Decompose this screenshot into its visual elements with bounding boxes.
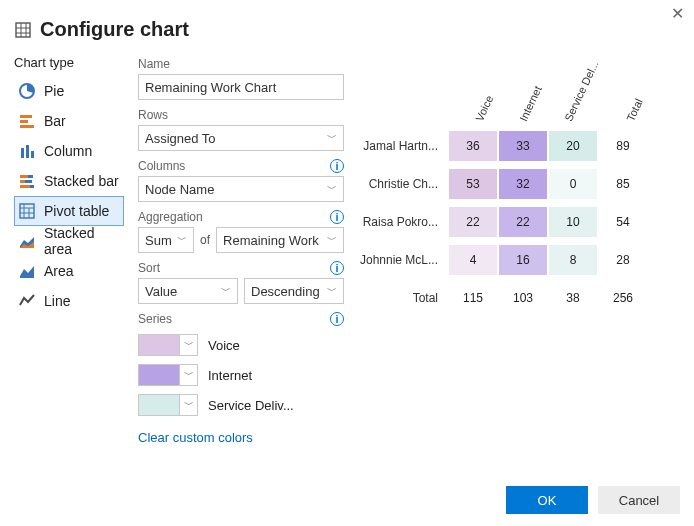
chart-type-bar[interactable]: Bar	[14, 106, 124, 136]
pivot-total-cell: 256	[598, 282, 648, 314]
info-icon[interactable]: i	[330, 159, 344, 173]
chart-type-pie[interactable]: Pie	[14, 76, 124, 106]
chart-type-label: Stacked bar	[44, 173, 119, 189]
series-color-picker[interactable]: ﹀	[138, 394, 198, 416]
series-name: Internet	[208, 368, 252, 383]
line-icon	[18, 292, 36, 310]
series-color-picker[interactable]: ﹀	[138, 334, 198, 356]
chart-type-stacked-area[interactable]: Stacked area	[14, 226, 124, 256]
svg-rect-7	[20, 120, 28, 123]
chart-type-stacked-bar[interactable]: Stacked bar	[14, 166, 124, 196]
series-name: Service Deliv...	[208, 398, 294, 413]
pivot-row-total: 85	[598, 168, 648, 200]
pie-icon	[18, 82, 36, 100]
svg-rect-11	[31, 151, 34, 158]
pivot-col-header: Total	[598, 77, 648, 127]
chart-icon	[14, 21, 32, 39]
pivot-row-label: Christie Ch...	[358, 177, 448, 191]
chart-type-column[interactable]: Column	[14, 136, 124, 166]
series-item: ﹀ Voice	[138, 330, 344, 360]
chevron-down-icon: ﹀	[221, 284, 231, 298]
pivot-cell: 10	[548, 206, 598, 238]
pivot-row: Raisa Pokro...22221054	[358, 203, 680, 241]
pivot-cell: 32	[498, 168, 548, 200]
chart-type-label: Bar	[44, 113, 66, 129]
chevron-down-icon: ﹀	[177, 233, 187, 247]
svg-rect-10	[26, 145, 29, 158]
columns-label: Columns i	[138, 159, 344, 173]
info-icon[interactable]: i	[330, 312, 344, 326]
series-name: Voice	[208, 338, 240, 353]
pivot-cell: 36	[448, 130, 498, 162]
dialog-footer: OK Cancel	[506, 486, 680, 514]
chart-preview: VoiceInternetService Del...TotalJamal Ha…	[358, 49, 680, 445]
sort-field-select[interactable]: Value﹀	[138, 278, 238, 304]
chart-type-pivot-table[interactable]: Pivot table	[14, 196, 124, 226]
pivot-row: Jamal Hartn...36332089	[358, 127, 680, 165]
pivot-total-cell: 103	[498, 282, 548, 314]
pivot-cell: 20	[548, 130, 598, 162]
chart-type-line[interactable]: Line	[14, 286, 124, 316]
svg-rect-18	[20, 204, 34, 218]
aggregation-label: Aggregation i	[138, 210, 344, 224]
info-icon[interactable]: i	[330, 261, 344, 275]
chart-type-label: Area	[44, 263, 74, 279]
cancel-button[interactable]: Cancel	[598, 486, 680, 514]
svg-rect-17	[30, 185, 34, 188]
chart-type-area[interactable]: Area	[14, 256, 124, 286]
dialog-header: Configure chart	[0, 0, 694, 49]
rows-select[interactable]: Assigned To ﹀	[138, 125, 344, 151]
chevron-down-icon: ﹀	[184, 398, 194, 412]
pivot-row-label: Jamal Hartn...	[358, 139, 448, 153]
pivot-total-label: Total	[358, 291, 448, 305]
pivot-total-cell: 115	[448, 282, 498, 314]
pivot-col-header: Internet	[498, 77, 548, 127]
info-icon[interactable]: i	[330, 210, 344, 224]
pivot-row-label: Raisa Pokro...	[358, 215, 448, 229]
pivot-col-header: Voice	[448, 77, 498, 127]
chevron-down-icon: ﹀	[184, 368, 194, 382]
pivot-column-headers: VoiceInternetService Del...Total	[358, 77, 680, 127]
svg-rect-15	[25, 180, 32, 183]
chart-type-label: Line	[44, 293, 70, 309]
svg-rect-6	[20, 115, 32, 118]
pivot-row: Johnnie McL...416828	[358, 241, 680, 279]
pivot-row-label: Johnnie McL...	[358, 253, 448, 267]
sort-label: Sort i	[138, 261, 344, 275]
svg-rect-14	[20, 180, 25, 183]
pivot-row-total: 54	[598, 206, 648, 238]
sort-direction-select[interactable]: Descending﹀	[244, 278, 344, 304]
pivot-cell: 22	[448, 206, 498, 238]
svg-rect-13	[28, 175, 33, 178]
close-button[interactable]: ✕	[671, 4, 684, 23]
svg-rect-0	[16, 23, 30, 37]
name-input[interactable]	[138, 74, 344, 100]
chart-type-label: Stacked area	[44, 225, 120, 257]
aggregation-func-select[interactable]: Sum﹀	[138, 227, 194, 253]
series-item: ﹀ Internet	[138, 360, 344, 390]
name-label: Name	[138, 57, 344, 71]
chart-type-label: Column	[44, 143, 92, 159]
pivot-table-icon	[18, 202, 36, 220]
rows-label: Rows	[138, 108, 344, 122]
ok-button[interactable]: OK	[506, 486, 588, 514]
clear-custom-colors-link[interactable]: Clear custom colors	[138, 430, 344, 445]
pivot-row: Christie Ch...5332085	[358, 165, 680, 203]
aggregation-of-label: of	[200, 233, 210, 247]
svg-rect-8	[20, 125, 34, 128]
stacked-bar-icon	[18, 172, 36, 190]
area-icon	[18, 262, 36, 280]
columns-select[interactable]: Node Name ﹀	[138, 176, 344, 202]
svg-rect-16	[20, 185, 30, 188]
pivot-cell: 22	[498, 206, 548, 238]
series-color-picker[interactable]: ﹀	[138, 364, 198, 386]
aggregation-field-select[interactable]: Remaining Work﹀	[216, 227, 344, 253]
chevron-down-icon: ﹀	[327, 233, 337, 247]
chevron-down-icon: ﹀	[327, 182, 337, 196]
pivot-row-total: 89	[598, 130, 648, 162]
chart-type-label: Pivot table	[44, 203, 109, 219]
series-label: Series i	[138, 312, 344, 326]
chevron-down-icon: ﹀	[327, 284, 337, 298]
column-icon	[18, 142, 36, 160]
chart-type-label: Pie	[44, 83, 64, 99]
